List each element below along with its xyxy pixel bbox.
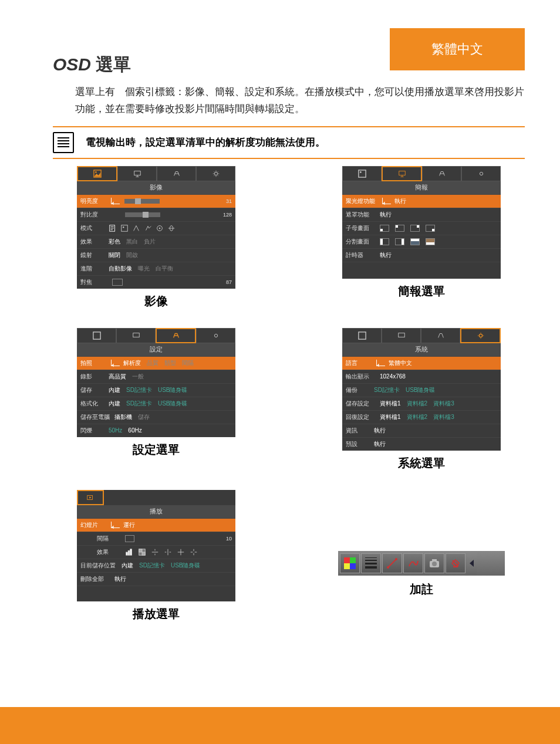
- svg-point-29: [432, 562, 437, 566]
- label: 子母畫面: [346, 224, 380, 232]
- menu-title: 簡報: [342, 181, 501, 194]
- label: 模式: [80, 224, 109, 232]
- opt: 一般: [132, 373, 144, 381]
- focus-box: [112, 279, 123, 286]
- tab-system-icon: [196, 328, 235, 343]
- label: 回復設定: [346, 413, 380, 421]
- opt: USB隨身碟: [171, 562, 201, 570]
- footer: [0, 705, 560, 744]
- svg-rect-2: [134, 171, 140, 175]
- split-opt-icon: [410, 238, 420, 245]
- opt: 彩色: [109, 238, 120, 246]
- row-flicker: 閃爍 50Hz60Hz: [77, 424, 235, 437]
- label: 目前儲存位置: [80, 562, 122, 570]
- row-default: 預設 執行: [342, 437, 501, 451]
- opt: 關閉: [109, 251, 120, 259]
- svg-rect-31: [453, 566, 458, 567]
- opt: 執行: [394, 197, 406, 205]
- value: 繁體中文: [389, 359, 412, 367]
- divider: [53, 158, 525, 159]
- svg-point-6: [123, 226, 124, 228]
- svg-rect-13: [93, 332, 100, 339]
- opt: USB隨身碟: [158, 400, 188, 408]
- slider: [124, 199, 160, 204]
- opt: USB隨身碟: [158, 386, 188, 394]
- row-language: 語言 繁體中文: [342, 356, 501, 370]
- label: 儲存設定: [346, 400, 380, 408]
- opt: 資料檔2: [407, 400, 428, 408]
- tab-presentation-icon: [117, 166, 157, 181]
- enter-icon: [111, 522, 120, 528]
- row-save-setting: 儲存設定 資料檔1資料檔2資料檔3: [342, 397, 501, 410]
- tab-setting-icon: [422, 166, 461, 181]
- label: 計時器: [346, 251, 380, 259]
- tab-system-icon: [461, 166, 501, 181]
- value: 10: [226, 536, 232, 542]
- svg-rect-20: [126, 552, 128, 555]
- opt: 類型: [164, 359, 176, 367]
- divider: [53, 126, 525, 127]
- row-spacer: [342, 262, 501, 279]
- svg-rect-24: [139, 549, 142, 552]
- opt: 開啟: [126, 251, 138, 259]
- row-timer: 計時器 執行: [342, 248, 501, 262]
- opt: 間隔: [182, 359, 194, 367]
- row-pip: 子母畫面: [342, 221, 501, 235]
- label: 對比度: [80, 211, 109, 219]
- line-tool-icon: [382, 553, 402, 573]
- svg-point-3: [214, 172, 217, 175]
- tab-image-icon: [77, 166, 117, 181]
- split-opt-icon: [426, 238, 435, 245]
- row-usb: 儲存至電腦 攝影機儲存: [77, 410, 235, 424]
- row-delete-all: 刪除全部 執行: [77, 572, 235, 586]
- opt: 內建: [109, 400, 120, 408]
- svg-point-18: [479, 334, 482, 337]
- label: 聚光燈功能: [346, 197, 380, 205]
- tab-setting-icon: [421, 328, 460, 343]
- line-thickness-icon: [361, 553, 381, 573]
- enter-icon: [111, 360, 120, 366]
- row-spacer: [77, 586, 235, 601]
- capture-tool-icon: [424, 553, 444, 573]
- label: 資訊: [346, 427, 374, 435]
- label: 語言: [346, 359, 374, 367]
- value: 31: [226, 198, 232, 204]
- label: 錄影: [80, 373, 109, 381]
- caption-annotation: 加註: [410, 581, 433, 597]
- row-info: 資訊 執行: [342, 424, 501, 437]
- label: 對焦: [80, 278, 109, 286]
- svg-rect-9: [358, 170, 365, 177]
- svg-point-10: [360, 171, 362, 173]
- row-focus: 對焦 87: [77, 275, 235, 289]
- freehand-tool-icon: [403, 553, 423, 573]
- menu-title: 播放: [77, 505, 235, 518]
- title-osd: OSD: [53, 55, 91, 74]
- label: 輸出顯示: [346, 373, 380, 381]
- svg-point-26: [387, 566, 389, 569]
- playback-menu: 播放 幻燈片 運行 間隔 10 效果: [77, 490, 235, 601]
- svg-rect-16: [358, 332, 365, 339]
- row-slideshow: 幻燈片 運行: [77, 518, 235, 532]
- label: 間隔: [80, 535, 125, 543]
- opt: 資料檔2: [407, 413, 428, 421]
- opt: 內建: [122, 562, 133, 570]
- opt: 執行: [380, 251, 392, 259]
- tab-presentation-icon: [382, 166, 422, 181]
- opt: 資料檔1: [380, 400, 401, 408]
- svg-rect-11: [399, 171, 405, 175]
- row-recall-setting: 回復設定 資料檔1資料檔2資料檔3: [342, 410, 501, 424]
- svg-point-15: [214, 334, 217, 337]
- opt: 攝影機: [114, 413, 132, 421]
- title-menu: 選單: [91, 55, 131, 74]
- label: 備份: [346, 386, 374, 394]
- row-split: 分割畫面: [342, 235, 501, 248]
- tab-image-icon: [342, 166, 382, 181]
- tab-setting-icon: [156, 328, 196, 343]
- row-output: 輸出顯示 1024x768: [342, 370, 501, 383]
- intro-text: 選單上有 個索引標籤：影像、簡報、設定和系統。在播放模式中，您可以使用播放選單來…: [75, 84, 525, 118]
- label: 遮罩功能: [346, 211, 380, 219]
- svg-rect-22: [130, 549, 132, 556]
- svg-rect-25: [142, 552, 145, 555]
- image-menu: 影像 明亮度 31 對比度 128 模式: [77, 166, 235, 289]
- row-format: 格式化 內建SD記憶卡USB隨身碟: [77, 397, 235, 410]
